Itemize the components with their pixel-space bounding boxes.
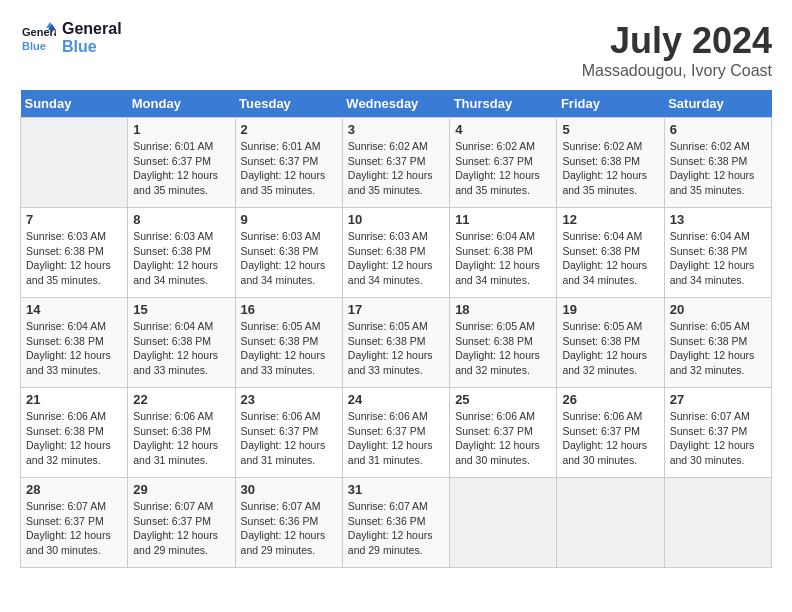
calendar-cell: 9Sunrise: 6:03 AM Sunset: 6:38 PM Daylig… — [235, 208, 342, 298]
day-number: 20 — [670, 302, 766, 317]
cell-info: Sunrise: 6:07 AM Sunset: 6:37 PM Dayligh… — [670, 409, 766, 468]
calendar-table: SundayMondayTuesdayWednesdayThursdayFrid… — [20, 90, 772, 568]
cell-info: Sunrise: 6:05 AM Sunset: 6:38 PM Dayligh… — [241, 319, 337, 378]
calendar-cell: 13Sunrise: 6:04 AM Sunset: 6:38 PM Dayli… — [664, 208, 771, 298]
calendar-cell: 30Sunrise: 6:07 AM Sunset: 6:36 PM Dayli… — [235, 478, 342, 568]
day-number: 11 — [455, 212, 551, 227]
calendar-cell: 16Sunrise: 6:05 AM Sunset: 6:38 PM Dayli… — [235, 298, 342, 388]
calendar-cell: 4Sunrise: 6:02 AM Sunset: 6:37 PM Daylig… — [450, 118, 557, 208]
day-number: 4 — [455, 122, 551, 137]
cell-info: Sunrise: 6:05 AM Sunset: 6:38 PM Dayligh… — [348, 319, 444, 378]
day-number: 3 — [348, 122, 444, 137]
calendar-cell — [664, 478, 771, 568]
day-number: 18 — [455, 302, 551, 317]
calendar-cell: 17Sunrise: 6:05 AM Sunset: 6:38 PM Dayli… — [342, 298, 449, 388]
calendar-cell — [450, 478, 557, 568]
cell-info: Sunrise: 6:04 AM Sunset: 6:38 PM Dayligh… — [562, 229, 658, 288]
calendar-cell: 3Sunrise: 6:02 AM Sunset: 6:37 PM Daylig… — [342, 118, 449, 208]
day-number: 6 — [670, 122, 766, 137]
calendar-cell: 12Sunrise: 6:04 AM Sunset: 6:38 PM Dayli… — [557, 208, 664, 298]
day-number: 17 — [348, 302, 444, 317]
day-number: 1 — [133, 122, 229, 137]
calendar-cell: 24Sunrise: 6:06 AM Sunset: 6:37 PM Dayli… — [342, 388, 449, 478]
cell-info: Sunrise: 6:03 AM Sunset: 6:38 PM Dayligh… — [241, 229, 337, 288]
calendar-week-row: 21Sunrise: 6:06 AM Sunset: 6:38 PM Dayli… — [21, 388, 772, 478]
page-header: General Blue General Blue July 2024 Mass… — [20, 20, 772, 80]
day-number: 15 — [133, 302, 229, 317]
location-subtitle: Massadougou, Ivory Coast — [582, 62, 772, 80]
calendar-header-row: SundayMondayTuesdayWednesdayThursdayFrid… — [21, 90, 772, 118]
day-number: 22 — [133, 392, 229, 407]
day-number: 24 — [348, 392, 444, 407]
day-number: 28 — [26, 482, 122, 497]
cell-info: Sunrise: 6:07 AM Sunset: 6:37 PM Dayligh… — [26, 499, 122, 558]
day-number: 5 — [562, 122, 658, 137]
day-number: 7 — [26, 212, 122, 227]
day-number: 13 — [670, 212, 766, 227]
cell-info: Sunrise: 6:07 AM Sunset: 6:36 PM Dayligh… — [241, 499, 337, 558]
calendar-cell: 14Sunrise: 6:04 AM Sunset: 6:38 PM Dayli… — [21, 298, 128, 388]
calendar-cell — [21, 118, 128, 208]
cell-info: Sunrise: 6:02 AM Sunset: 6:37 PM Dayligh… — [348, 139, 444, 198]
day-number: 31 — [348, 482, 444, 497]
logo: General Blue General Blue — [20, 20, 122, 56]
logo-icon: General Blue — [20, 20, 56, 56]
title-block: July 2024 Massadougou, Ivory Coast — [582, 20, 772, 80]
calendar-cell: 26Sunrise: 6:06 AM Sunset: 6:37 PM Dayli… — [557, 388, 664, 478]
calendar-cell: 1Sunrise: 6:01 AM Sunset: 6:37 PM Daylig… — [128, 118, 235, 208]
cell-info: Sunrise: 6:04 AM Sunset: 6:38 PM Dayligh… — [670, 229, 766, 288]
cell-info: Sunrise: 6:05 AM Sunset: 6:38 PM Dayligh… — [670, 319, 766, 378]
day-number: 12 — [562, 212, 658, 227]
cell-info: Sunrise: 6:05 AM Sunset: 6:38 PM Dayligh… — [562, 319, 658, 378]
calendar-cell: 6Sunrise: 6:02 AM Sunset: 6:38 PM Daylig… — [664, 118, 771, 208]
calendar-cell: 10Sunrise: 6:03 AM Sunset: 6:38 PM Dayli… — [342, 208, 449, 298]
calendar-cell: 5Sunrise: 6:02 AM Sunset: 6:38 PM Daylig… — [557, 118, 664, 208]
calendar-cell: 27Sunrise: 6:07 AM Sunset: 6:37 PM Dayli… — [664, 388, 771, 478]
calendar-cell: 29Sunrise: 6:07 AM Sunset: 6:37 PM Dayli… — [128, 478, 235, 568]
cell-info: Sunrise: 6:02 AM Sunset: 6:38 PM Dayligh… — [670, 139, 766, 198]
header-saturday: Saturday — [664, 90, 771, 118]
cell-info: Sunrise: 6:07 AM Sunset: 6:36 PM Dayligh… — [348, 499, 444, 558]
cell-info: Sunrise: 6:04 AM Sunset: 6:38 PM Dayligh… — [133, 319, 229, 378]
calendar-week-row: 7Sunrise: 6:03 AM Sunset: 6:38 PM Daylig… — [21, 208, 772, 298]
cell-info: Sunrise: 6:03 AM Sunset: 6:38 PM Dayligh… — [26, 229, 122, 288]
day-number: 8 — [133, 212, 229, 227]
logo-blue: Blue — [62, 38, 122, 56]
header-wednesday: Wednesday — [342, 90, 449, 118]
cell-info: Sunrise: 6:06 AM Sunset: 6:37 PM Dayligh… — [455, 409, 551, 468]
day-number: 23 — [241, 392, 337, 407]
day-number: 21 — [26, 392, 122, 407]
cell-info: Sunrise: 6:04 AM Sunset: 6:38 PM Dayligh… — [26, 319, 122, 378]
cell-info: Sunrise: 6:07 AM Sunset: 6:37 PM Dayligh… — [133, 499, 229, 558]
cell-info: Sunrise: 6:06 AM Sunset: 6:37 PM Dayligh… — [241, 409, 337, 468]
day-number: 16 — [241, 302, 337, 317]
cell-info: Sunrise: 6:06 AM Sunset: 6:37 PM Dayligh… — [562, 409, 658, 468]
cell-info: Sunrise: 6:06 AM Sunset: 6:38 PM Dayligh… — [26, 409, 122, 468]
cell-info: Sunrise: 6:06 AM Sunset: 6:38 PM Dayligh… — [133, 409, 229, 468]
cell-info: Sunrise: 6:05 AM Sunset: 6:38 PM Dayligh… — [455, 319, 551, 378]
logo-general: General — [62, 20, 122, 38]
calendar-cell: 21Sunrise: 6:06 AM Sunset: 6:38 PM Dayli… — [21, 388, 128, 478]
calendar-cell: 20Sunrise: 6:05 AM Sunset: 6:38 PM Dayli… — [664, 298, 771, 388]
calendar-cell: 11Sunrise: 6:04 AM Sunset: 6:38 PM Dayli… — [450, 208, 557, 298]
calendar-cell: 19Sunrise: 6:05 AM Sunset: 6:38 PM Dayli… — [557, 298, 664, 388]
day-number: 9 — [241, 212, 337, 227]
day-number: 10 — [348, 212, 444, 227]
calendar-cell: 31Sunrise: 6:07 AM Sunset: 6:36 PM Dayli… — [342, 478, 449, 568]
calendar-cell: 22Sunrise: 6:06 AM Sunset: 6:38 PM Dayli… — [128, 388, 235, 478]
day-number: 27 — [670, 392, 766, 407]
calendar-cell: 18Sunrise: 6:05 AM Sunset: 6:38 PM Dayli… — [450, 298, 557, 388]
cell-info: Sunrise: 6:02 AM Sunset: 6:38 PM Dayligh… — [562, 139, 658, 198]
day-number: 29 — [133, 482, 229, 497]
calendar-cell: 7Sunrise: 6:03 AM Sunset: 6:38 PM Daylig… — [21, 208, 128, 298]
header-friday: Friday — [557, 90, 664, 118]
day-number: 2 — [241, 122, 337, 137]
calendar-week-row: 1Sunrise: 6:01 AM Sunset: 6:37 PM Daylig… — [21, 118, 772, 208]
cell-info: Sunrise: 6:01 AM Sunset: 6:37 PM Dayligh… — [133, 139, 229, 198]
cell-info: Sunrise: 6:03 AM Sunset: 6:38 PM Dayligh… — [348, 229, 444, 288]
calendar-cell — [557, 478, 664, 568]
calendar-cell: 15Sunrise: 6:04 AM Sunset: 6:38 PM Dayli… — [128, 298, 235, 388]
calendar-cell: 28Sunrise: 6:07 AM Sunset: 6:37 PM Dayli… — [21, 478, 128, 568]
header-monday: Monday — [128, 90, 235, 118]
cell-info: Sunrise: 6:01 AM Sunset: 6:37 PM Dayligh… — [241, 139, 337, 198]
